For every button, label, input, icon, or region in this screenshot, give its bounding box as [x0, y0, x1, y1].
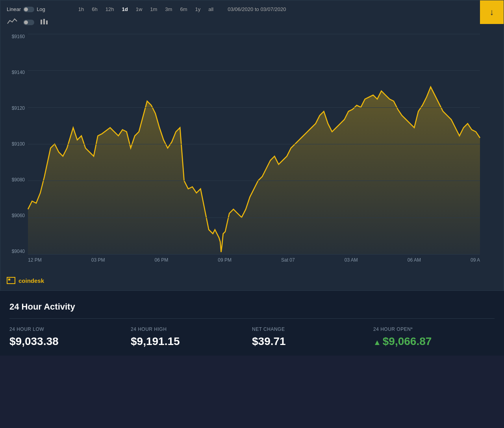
grid-line-0 — [28, 34, 480, 34]
x-axis: 12 PM 03 PM 06 PM 09 PM Sat 07 03 AM 06 … — [28, 254, 480, 270]
stat-net-change: NET CHANGE $39.71 — [252, 327, 373, 348]
stat-24h-high: 24 HOUR HIGH $9,191.15 — [131, 327, 252, 348]
time-btn-1m[interactable]: 1m — [147, 5, 160, 13]
time-btn-1d[interactable]: 1d — [119, 5, 131, 13]
x-label-2: 06 PM — [155, 257, 169, 263]
grid-line-1 — [28, 70, 480, 71]
svg-rect-0 — [41, 20, 42, 24]
up-arrow-icon: ▲ — [373, 338, 381, 347]
x-label-6: 06 AM — [408, 257, 421, 263]
x-label-4: Sat 07 — [281, 257, 295, 263]
scale-toggle[interactable]: Linear Log — [7, 6, 45, 12]
date-range: 03/06/2020 to 03/07/2020 — [228, 6, 286, 12]
coindesk-text: coindesk — [19, 277, 44, 284]
svg-rect-2 — [46, 20, 48, 24]
download-icon: ↓ — [490, 7, 494, 17]
y-label-1: $9140 — [12, 70, 25, 75]
bar-chart-icon[interactable] — [40, 18, 48, 27]
stat-24h-low: 24 HOUR LOW $9,033.38 — [9, 327, 131, 348]
y-label-4: $9080 — [12, 177, 25, 183]
chart-toolbar: Linear Log 1h 6h 12h 1d 1w 1m 3m 6m 1y a… — [0, 0, 504, 18]
chart-area: $9160 $9140 $9120 $9100 $9080 $9060 $904… — [0, 30, 504, 274]
activity-section: 24 Hour Activity 24 HOUR LOW $9,033.38 2… — [0, 291, 504, 356]
time-btn-12h[interactable]: 12h — [102, 5, 117, 13]
y-label-3: $9100 — [12, 141, 25, 147]
download-button[interactable]: ↓ — [480, 0, 504, 24]
stat-label-high: 24 HOUR HIGH — [131, 327, 252, 332]
grid-line-3 — [28, 144, 480, 144]
stat-value-net: $39.71 — [252, 335, 373, 348]
time-btn-6h[interactable]: 6h — [89, 5, 100, 13]
y-label-6: $9040 — [12, 249, 25, 254]
chart-type-row — [0, 18, 504, 30]
line-chart-icon[interactable] — [7, 18, 18, 27]
activity-divider — [9, 318, 495, 319]
x-label-0: 12 PM — [28, 257, 42, 263]
y-label-0: $9160 — [12, 34, 25, 39]
stat-24h-open: 24 HOUR OPEN* ▲$9,066.87 — [373, 327, 495, 348]
linear-label: Linear — [7, 6, 21, 12]
x-label-5: 03 AM — [345, 257, 358, 263]
y-label-5: $9060 — [12, 213, 25, 218]
chart-plot — [28, 34, 480, 254]
y-axis: $9160 $9140 $9120 $9100 $9080 $9060 $904… — [0, 34, 28, 254]
stats-row: 24 HOUR LOW $9,033.38 24 HOUR HIGH $9,19… — [9, 327, 495, 348]
time-btn-all[interactable]: all — [205, 5, 217, 13]
x-label-1: 03 PM — [91, 257, 105, 263]
time-options: 1h 6h 12h 1d 1w 1m 3m 6m 1y all — [75, 5, 217, 13]
scale-toggle-switch[interactable] — [23, 7, 34, 12]
time-btn-1h[interactable]: 1h — [75, 5, 87, 13]
coindesk-icon — [7, 277, 15, 284]
stat-value-low: $9,033.38 — [9, 335, 131, 348]
stat-label-low: 24 HOUR LOW — [9, 327, 131, 332]
time-btn-6m[interactable]: 6m — [177, 5, 190, 13]
stat-label-net: NET CHANGE — [252, 327, 373, 332]
chart-container: Linear Log 1h 6h 12h 1d 1w 1m 3m 6m 1y a… — [0, 0, 504, 291]
grid-line-2 — [28, 107, 480, 108]
y-label-2: $9120 — [12, 105, 25, 111]
grid-line-4 — [28, 181, 480, 181]
time-btn-1w[interactable]: 1w — [133, 5, 146, 13]
time-btn-3m[interactable]: 3m — [162, 5, 175, 13]
coindesk-logo: coindesk — [0, 274, 504, 290]
grid-line-5 — [28, 218, 480, 218]
x-label-3: 09 PM — [218, 257, 232, 263]
time-btn-1y[interactable]: 1y — [192, 5, 204, 13]
activity-title: 24 Hour Activity — [9, 302, 495, 312]
svg-rect-1 — [43, 19, 45, 24]
chart-type-toggle[interactable] — [23, 20, 34, 25]
log-label: Log — [37, 6, 45, 12]
stat-value-open: ▲$9,066.87 — [373, 335, 495, 348]
grid-lines — [28, 34, 480, 254]
stat-value-high: $9,191.15 — [131, 335, 252, 348]
stat-label-open: 24 HOUR OPEN* — [373, 327, 495, 332]
x-label-7: 09 A — [471, 257, 480, 263]
